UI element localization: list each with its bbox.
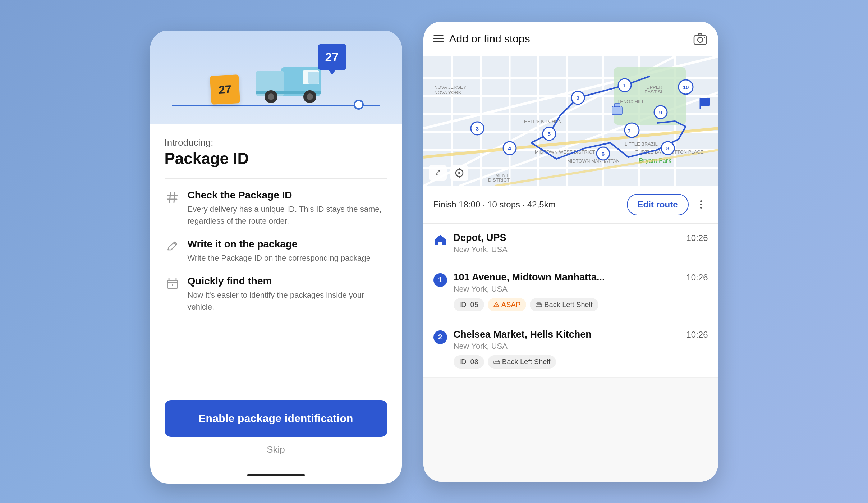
stop-2-time: 10:26 bbox=[686, 330, 708, 340]
svg-rect-77 bbox=[700, 98, 710, 106]
svg-text:⤢: ⤢ bbox=[435, 168, 441, 177]
svg-text:!: ! bbox=[496, 303, 497, 307]
feature-item-1: Check the Package ID Every delivery has … bbox=[165, 189, 387, 227]
stop-1-tags: ID 05 ! ASAP Back Left Shelf bbox=[454, 298, 708, 311]
feature-desc-3: Now it's easier to identify the packages… bbox=[188, 289, 387, 313]
svg-line-10 bbox=[174, 192, 175, 202]
illustration-area: 27 27 bbox=[150, 31, 402, 124]
svg-rect-80 bbox=[614, 104, 620, 107]
svg-point-21 bbox=[704, 37, 705, 38]
intro-title: Package ID bbox=[165, 150, 387, 168]
stop-number-1: 1 bbox=[433, 273, 447, 287]
divider-top bbox=[165, 178, 387, 179]
hamburger-menu[interactable] bbox=[433, 35, 444, 42]
svg-text:EAST SI...: EAST SI... bbox=[644, 89, 666, 95]
depot-location: New York, USA bbox=[454, 245, 708, 254]
feature-item-2: Write it on the package Write the Packag… bbox=[165, 238, 387, 264]
stop-2-name-row: Chelsea Market, Hells Kitchen 10:26 bbox=[454, 329, 708, 340]
svg-text:6: 6 bbox=[601, 151, 604, 157]
depot-time: 10:26 bbox=[686, 233, 708, 243]
stop-2-tags: ID 08 Back Left Shelf bbox=[454, 355, 708, 369]
svg-text:10: 10 bbox=[683, 84, 689, 90]
right-phone: Add or find stops bbox=[423, 22, 718, 482]
more-options-button[interactable] bbox=[694, 198, 708, 211]
svg-rect-15 bbox=[171, 280, 174, 283]
feature-title-1: Check the Package ID bbox=[188, 189, 387, 201]
svg-point-17 bbox=[168, 278, 170, 280]
stop-2-name: Chelsea Market, Hells Kitchen bbox=[454, 329, 592, 340]
search-input[interactable]: Add or find stops bbox=[449, 33, 686, 45]
stops-list: Depot, UPS 10:26 New York, USA 1 101 Ave… bbox=[423, 224, 718, 482]
svg-text:8: 8 bbox=[666, 145, 669, 151]
svg-point-18 bbox=[175, 278, 177, 280]
feature-title-2: Write it on the package bbox=[188, 238, 371, 250]
map-area[interactable]: Bryant Park NOVA JERSEY NOVA YORK UPPER … bbox=[423, 56, 718, 186]
package-box: 27 bbox=[210, 74, 240, 104]
svg-text:NOVA JERSEY: NOVA JERSEY bbox=[434, 84, 467, 90]
svg-text:4: 4 bbox=[508, 145, 511, 151]
svg-text:DISTRICT: DISTRICT bbox=[488, 177, 510, 183]
tag-shelf-1: Back Left Shelf bbox=[530, 298, 598, 311]
feature-list: Check the Package ID Every delivery has … bbox=[165, 189, 387, 378]
tag-shelf-2: Back Left Shelf bbox=[488, 355, 556, 369]
svg-text:NOVA YORK: NOVA YORK bbox=[434, 90, 461, 95]
badge-27: 27 bbox=[318, 44, 346, 70]
svg-rect-40 bbox=[614, 67, 686, 125]
depot-home-icon bbox=[433, 233, 447, 247]
stop-1-time: 10:26 bbox=[686, 273, 708, 283]
divider-bottom bbox=[165, 389, 387, 389]
stop-2-details: Chelsea Market, Hells Kitchen 10:26 New … bbox=[454, 329, 708, 369]
route-info-text: Finish 18:00 · 10 stops · 42,5km bbox=[433, 200, 621, 210]
edit-route-button[interactable]: Edit route bbox=[627, 194, 689, 215]
svg-text:2: 2 bbox=[576, 95, 579, 101]
tag-asap-1: ! ASAP bbox=[488, 298, 526, 311]
svg-rect-2 bbox=[308, 72, 319, 84]
right-phone-header: Add or find stops bbox=[423, 22, 718, 56]
skip-button[interactable]: Skip bbox=[165, 444, 387, 455]
feature-desc-1: Every delivery has a unique ID. This ID … bbox=[188, 203, 387, 227]
svg-text:7↑: 7↑ bbox=[628, 128, 633, 134]
left-phone: 27 27 bbox=[150, 31, 402, 484]
tag-id-2: ID 08 bbox=[454, 355, 484, 369]
stop-item-2[interactable]: 2 Chelsea Market, Hells Kitchen 10:26 Ne… bbox=[423, 320, 718, 378]
box-icon bbox=[165, 275, 180, 291]
route-info-bar: Finish 18:00 · 10 stops · 42,5km Edit ro… bbox=[423, 186, 718, 224]
svg-text:3: 3 bbox=[476, 125, 478, 132]
svg-point-20 bbox=[698, 37, 703, 42]
svg-text:1: 1 bbox=[623, 82, 626, 88]
pencil-icon bbox=[165, 238, 180, 254]
enable-package-btn[interactable]: Enable package identification bbox=[165, 400, 387, 437]
camera-icon[interactable] bbox=[692, 31, 708, 47]
stop-item-1[interactable]: 1 101 Avenue, Midtown Manhatta... 10:26 … bbox=[423, 263, 718, 320]
tag-id-1: ID 05 bbox=[454, 298, 484, 311]
feature-text-3: Quickly find them Now it's easier to ide… bbox=[188, 275, 387, 313]
stop-1-details: 101 Avenue, Midtown Manhatta... 10:26 Ne… bbox=[454, 272, 708, 311]
svg-text:LITTLE BRAZIL: LITTLE BRAZIL bbox=[625, 141, 658, 147]
stop-1-location: New York, USA bbox=[454, 284, 708, 294]
stop-2-location: New York, USA bbox=[454, 342, 708, 351]
stop-number-2: 2 bbox=[433, 330, 447, 344]
depot-name-row: Depot, UPS 10:26 bbox=[454, 232, 708, 243]
svg-text:9: 9 bbox=[659, 109, 662, 115]
hash-icon bbox=[165, 189, 180, 205]
svg-point-8 bbox=[307, 93, 313, 100]
stop-1-name-row: 101 Avenue, Midtown Manhatta... 10:26 bbox=[454, 272, 708, 283]
svg-text:5: 5 bbox=[547, 131, 550, 137]
depot-details: Depot, UPS 10:26 New York, USA bbox=[454, 232, 708, 254]
svg-rect-79 bbox=[612, 106, 622, 115]
feature-item-3: Quickly find them Now it's easier to ide… bbox=[165, 275, 387, 313]
left-phone-content: Introducing: Package ID Check the Packag… bbox=[150, 124, 402, 468]
feature-title-3: Quickly find them bbox=[188, 275, 387, 287]
svg-point-6 bbox=[268, 93, 274, 100]
intro-label: Introducing: bbox=[165, 137, 387, 148]
feature-text-2: Write it on the package Write the Packag… bbox=[188, 238, 371, 264]
depot-name: Depot, UPS bbox=[454, 232, 506, 243]
svg-text:LENOX HILL: LENOX HILL bbox=[617, 99, 644, 104]
home-indicator bbox=[247, 474, 305, 476]
feature-desc-2: Write the Package ID on the correspondin… bbox=[188, 252, 371, 264]
stop-item-depot[interactable]: Depot, UPS 10:26 New York, USA bbox=[423, 224, 718, 263]
svg-text:MIDTOWN MANHATTAN: MIDTOWN MANHATTAN bbox=[567, 158, 620, 164]
stop-1-name: 101 Avenue, Midtown Manhatta... bbox=[454, 272, 605, 283]
svg-point-85 bbox=[458, 172, 460, 174]
road-line bbox=[172, 105, 380, 106]
